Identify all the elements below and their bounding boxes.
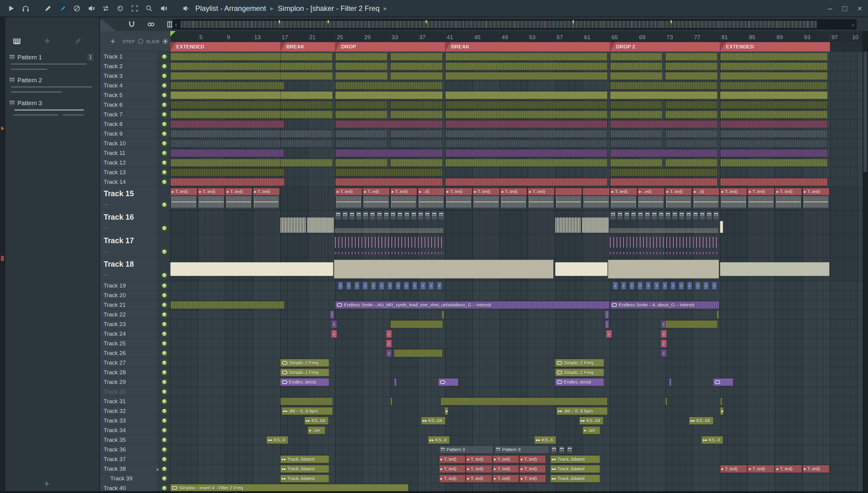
track-header[interactable]: Track 20 <box>100 291 170 300</box>
clip[interactable] <box>170 111 284 119</box>
track-header[interactable]: Track 1 <box>100 52 170 62</box>
clip[interactable] <box>658 211 664 220</box>
clip[interactable] <box>720 91 828 99</box>
clip[interactable] <box>610 149 718 157</box>
clip[interactable] <box>280 159 333 167</box>
clip[interactable] <box>335 159 388 167</box>
zoom-icon[interactable] <box>144 3 154 14</box>
track-mute-led[interactable] <box>162 151 167 155</box>
sample-clip[interactable]: ▸▸ JM – S..8 bpm <box>556 407 608 415</box>
clip[interactable] <box>390 398 393 405</box>
clip[interactable] <box>610 211 616 220</box>
clip[interactable] <box>445 72 608 80</box>
clip[interactable] <box>637 211 644 220</box>
track-header[interactable]: Track 7 <box>100 110 170 119</box>
track-mute-led[interactable] <box>162 112 167 116</box>
clip[interactable] <box>390 320 443 328</box>
clip[interactable] <box>397 211 403 220</box>
minimize-button[interactable]: – <box>828 4 832 12</box>
clip[interactable] <box>334 260 554 278</box>
track-mute-led[interactable] <box>162 202 167 207</box>
audio-clip[interactable]: ▸ T..ted) <box>439 475 465 483</box>
collapse-arrow-icon[interactable]: ▲ <box>155 467 159 471</box>
clip[interactable] <box>559 446 564 453</box>
clip[interactable] <box>390 159 443 167</box>
clip[interactable] <box>335 120 443 128</box>
clip[interactable]: ♪ <box>388 282 393 290</box>
clip[interactable] <box>390 130 443 138</box>
track-header[interactable]: Track 2 <box>100 62 170 71</box>
audio-clip[interactable]: ▸ T..ed) <box>363 188 390 210</box>
track-mute-led[interactable] <box>162 250 167 254</box>
track-lane[interactable] <box>170 319 863 329</box>
clip[interactable] <box>440 398 608 405</box>
clip[interactable] <box>720 159 828 167</box>
clip[interactable] <box>679 211 685 220</box>
clip[interactable] <box>720 130 828 138</box>
track-header[interactable]: Track 19 <box>100 281 170 291</box>
mute-icon[interactable] <box>86 3 96 14</box>
audio-clip[interactable]: ▸ T..ted) <box>720 465 747 473</box>
clip[interactable] <box>390 62 443 70</box>
automation-clip[interactable]: Endl..nsit <box>438 378 458 386</box>
track-mute-led[interactable] <box>162 380 167 384</box>
sample-clip[interactable]: ▸▸ Track..lidated <box>550 475 600 483</box>
track-header[interactable]: Track 10 <box>100 138 170 148</box>
clip[interactable]: ♪ <box>679 282 684 290</box>
clip[interactable] <box>445 111 608 119</box>
clip[interactable] <box>307 217 334 233</box>
audio-clip[interactable]: ▸ T..ted) <box>253 188 280 210</box>
audio-clip[interactable] <box>583 188 610 210</box>
clip[interactable] <box>445 149 608 157</box>
scroll-right-icon[interactable]: › <box>850 20 856 29</box>
clip[interactable]: ♪ <box>412 282 417 290</box>
clip[interactable] <box>720 149 828 157</box>
sample-clip[interactable]: ▸▸ Track..lidated <box>550 465 600 473</box>
sample-clip[interactable]: ▸▸ KS..04 <box>689 417 713 425</box>
automation-clip[interactable]: Endles..tensit <box>555 378 604 386</box>
step-toggle[interactable] <box>138 39 143 44</box>
track-header[interactable]: Track 4 <box>100 81 170 90</box>
clip[interactable] <box>665 62 718 70</box>
snap-magnet-icon[interactable] <box>127 19 137 29</box>
audio-clip[interactable]: ▸ T..ted) <box>493 465 519 473</box>
track-header[interactable]: Track 38▲ <box>100 464 170 474</box>
clip[interactable] <box>383 211 389 220</box>
clip[interactable] <box>280 101 333 109</box>
sample-clip[interactable]: ▸..ser <box>583 426 600 434</box>
clip[interactable] <box>335 228 443 233</box>
clip[interactable] <box>610 72 663 80</box>
clip[interactable]: ♪ <box>661 340 667 347</box>
track-mute-led[interactable] <box>162 170 167 174</box>
clip[interactable] <box>720 82 828 89</box>
track-mute-led[interactable] <box>162 322 167 326</box>
pattern-item[interactable]: Pattern 1 <box>5 53 100 76</box>
add-pattern-button[interactable]: + <box>44 478 50 489</box>
clip[interactable] <box>335 62 388 70</box>
scrollbar-thumb[interactable] <box>864 51 867 172</box>
track-header[interactable]: Track 39 <box>100 474 170 484</box>
clip[interactable] <box>335 53 388 61</box>
track-lane[interactable] <box>170 368 863 378</box>
clip[interactable] <box>335 111 388 119</box>
clip[interactable] <box>624 211 630 220</box>
sample-clip[interactable]: ▸▸ <box>444 407 448 415</box>
sample-clip[interactable]: ▸▸ KS..4 <box>266 436 288 444</box>
clip[interactable] <box>665 101 718 109</box>
clip[interactable] <box>349 211 355 220</box>
track-header[interactable]: Track 36 <box>100 445 170 454</box>
clip[interactable] <box>720 398 722 405</box>
automation-clip[interactable]: Endles..tensit <box>280 378 329 386</box>
clip[interactable]: ♪ <box>420 282 426 290</box>
automation-clip[interactable]: Simplo..2 Freq <box>280 359 329 367</box>
track-mute-led[interactable] <box>162 399 167 404</box>
track-lane[interactable] <box>170 310 863 320</box>
clip[interactable] <box>418 211 424 220</box>
track-mute-led[interactable] <box>162 93 167 97</box>
brush-icon[interactable] <box>57 3 67 14</box>
track-header[interactable]: Track 3 <box>100 71 170 81</box>
clip[interactable] <box>170 62 284 70</box>
clip[interactable] <box>610 53 663 61</box>
automation-clip[interactable]: Simplo..1 Freq <box>555 368 604 377</box>
clip[interactable] <box>720 101 828 109</box>
